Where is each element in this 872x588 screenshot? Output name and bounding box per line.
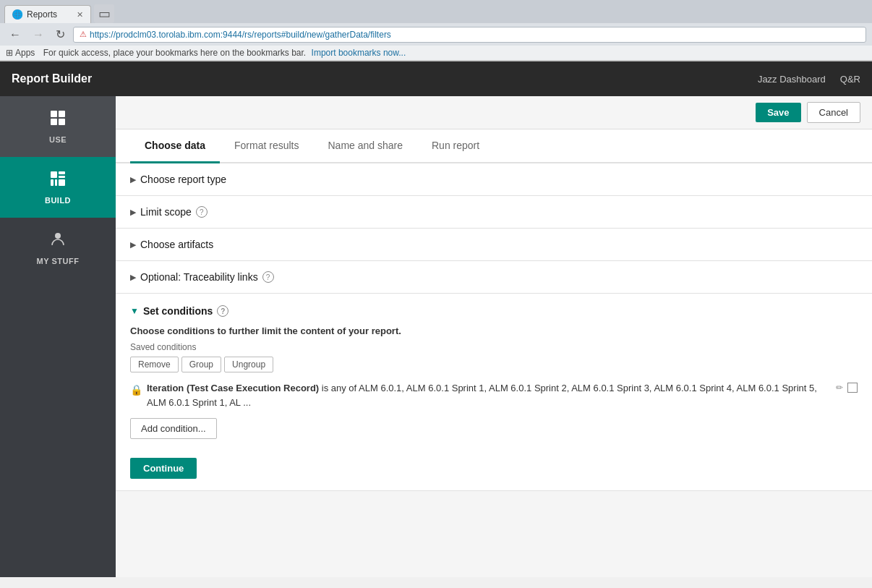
continue-container: Continue xyxy=(130,458,858,479)
tab-bar: 🌐 Reports ✕ ▭ xyxy=(0,0,872,23)
new-tab-btn[interactable]: ▭ xyxy=(94,4,114,23)
svg-rect-9 xyxy=(59,179,65,186)
section-choose-report-type-label: Choose report type xyxy=(140,174,226,185)
apps-label: Apps xyxy=(15,48,35,58)
tab-choose-data[interactable]: Choose data xyxy=(130,129,220,163)
arrow-right-icon: ▶ xyxy=(130,175,136,184)
condition-lock-icon: 🔒 xyxy=(130,383,142,398)
section-limit-scope: ▶ Limit scope ? xyxy=(116,196,872,229)
bookmarks-help-text: For quick access, place your bookmarks h… xyxy=(43,48,307,58)
section-traceability-links: ▶ Optional: Traceability links ? xyxy=(116,261,872,294)
remove-button[interactable]: Remove xyxy=(130,357,179,372)
section-traceability-links-label: Optional: Traceability links xyxy=(140,271,258,283)
sidebar-item-build-label: BUILD xyxy=(45,196,71,205)
add-condition-container: Add condition... xyxy=(130,418,858,446)
reload-btn[interactable]: ↻ xyxy=(52,26,69,43)
secure-icon: ⚠ xyxy=(80,30,87,39)
group-button[interactable]: Group xyxy=(181,357,221,372)
ungroup-button[interactable]: Ungroup xyxy=(224,357,273,372)
svg-rect-0 xyxy=(51,111,57,117)
svg-rect-6 xyxy=(59,176,65,178)
arrow-right-icon-2: ▶ xyxy=(130,208,136,217)
cancel-button[interactable]: Cancel xyxy=(807,102,860,123)
qr-link[interactable]: Q&R xyxy=(840,74,860,85)
add-condition-button[interactable]: Add condition... xyxy=(130,418,217,439)
import-bookmarks-link[interactable]: Import bookmarks now... xyxy=(312,48,406,58)
svg-rect-3 xyxy=(59,119,65,125)
tab-format-results[interactable]: Format results xyxy=(220,129,313,163)
bookmarks-bar: ⊞ Apps For quick access, place your book… xyxy=(0,46,872,61)
tab-title: Reports xyxy=(27,9,57,20)
tab-close-btn[interactable]: ✕ xyxy=(77,10,83,20)
set-conditions-section: ▼ Set conditions ? Choose conditions to … xyxy=(116,294,872,491)
saved-conditions-label: Saved conditions xyxy=(130,342,858,352)
svg-point-10 xyxy=(55,233,61,239)
sidebar-item-use-label: USE xyxy=(49,135,67,144)
traceability-help-icon[interactable]: ? xyxy=(262,271,274,283)
app-title: Report Builder xyxy=(12,72,758,85)
address-bar[interactable]: ⚠ https://prodclm03.torolab.ibm.com:9444… xyxy=(73,27,866,43)
sidebar-item-my-stuff[interactable]: MY STUFF xyxy=(0,218,116,278)
svg-rect-4 xyxy=(51,171,57,178)
save-button[interactable]: Save xyxy=(756,103,800,122)
tab-run-report[interactable]: Run report xyxy=(417,129,494,163)
conditions-description: Choose conditions to further limit the c… xyxy=(130,325,858,336)
main-area: USE BUILD xyxy=(0,96,872,577)
condition-edit-icon[interactable]: ✏ xyxy=(836,381,843,394)
conditions-desc-bold: Choose conditions to further limit the c… xyxy=(130,325,401,336)
arrow-right-icon-3: ▶ xyxy=(130,240,136,250)
section-choose-report-type: ▶ Choose report type xyxy=(116,163,872,196)
set-conditions-header[interactable]: ▼ Set conditions ? xyxy=(130,305,858,317)
browser-chrome: 🌐 Reports ✕ ▭ ← → ↻ ⚠ https://prodclm03.… xyxy=(0,0,872,61)
top-nav-links: Jazz Dashboard Q&R xyxy=(758,74,860,85)
section-choose-artifacts-label: Choose artifacts xyxy=(140,239,213,250)
forward-btn[interactable]: → xyxy=(29,27,48,43)
my-stuff-icon xyxy=(49,231,67,252)
active-tab[interactable]: 🌐 Reports ✕ xyxy=(4,5,91,23)
sidebar: USE BUILD xyxy=(0,96,116,577)
conditions-action-buttons: Remove Group Ungroup xyxy=(130,357,858,372)
section-choose-report-type-header[interactable]: ▶ Choose report type xyxy=(116,163,872,195)
tab-name-and-share[interactable]: Name and share xyxy=(313,129,417,163)
sidebar-item-my-stuff-label: MY STUFF xyxy=(37,257,80,265)
section-limit-scope-label: Limit scope xyxy=(140,206,192,218)
svg-rect-8 xyxy=(55,179,57,186)
svg-rect-1 xyxy=(59,111,65,117)
back-btn[interactable]: ← xyxy=(6,27,25,43)
arrow-right-icon-4: ▶ xyxy=(130,273,136,282)
set-conditions-help-icon[interactable]: ? xyxy=(217,305,228,317)
continue-button[interactable]: Continue xyxy=(130,458,197,479)
section-choose-artifacts: ▶ Choose artifacts xyxy=(116,229,872,261)
limit-scope-help-icon[interactable]: ? xyxy=(196,206,208,218)
apps-grid-icon: ⊞ xyxy=(6,48,13,58)
sidebar-item-build[interactable]: BUILD xyxy=(0,157,116,218)
section-limit-scope-header[interactable]: ▶ Limit scope ? xyxy=(116,196,872,228)
section-traceability-links-header[interactable]: ▶ Optional: Traceability links ? xyxy=(116,261,872,293)
condition-text: Iteration (Test Case Execution Record) i… xyxy=(147,381,832,409)
content-toolbar: Save Cancel xyxy=(116,96,872,129)
jazz-dashboard-link[interactable]: Jazz Dashboard xyxy=(758,74,826,85)
condition-checkbox[interactable] xyxy=(847,383,858,393)
wizard-tabs: Choose data Format results Name and shar… xyxy=(116,129,872,163)
tab-favicon: 🌐 xyxy=(12,9,22,20)
content-area: Save Cancel Choose data Format results N… xyxy=(116,96,872,577)
app-topnav: Report Builder Jazz Dashboard Q&R xyxy=(0,61,872,96)
use-icon xyxy=(49,109,67,131)
condition-item-1: 🔒 Iteration (Test Case Execution Record)… xyxy=(130,381,858,409)
url-text[interactable]: https://prodclm03.torolab.ibm.com:9444/r… xyxy=(90,30,391,40)
svg-rect-2 xyxy=(51,119,57,125)
condition-bold-text: Iteration (Test Case Execution Record) xyxy=(147,383,319,393)
section-choose-artifacts-header[interactable]: ▶ Choose artifacts xyxy=(116,229,872,260)
nav-bar: ← → ↻ ⚠ https://prodclm03.torolab.ibm.co… xyxy=(0,23,872,46)
sidebar-item-use[interactable]: USE xyxy=(0,96,116,157)
svg-rect-7 xyxy=(51,179,54,186)
apps-icon-label: ⊞ Apps xyxy=(6,48,35,58)
build-icon xyxy=(49,170,67,192)
svg-rect-5 xyxy=(59,171,65,174)
app-wrapper: Report Builder Jazz Dashboard Q&R USE xyxy=(0,61,872,577)
arrow-down-icon: ▼ xyxy=(130,306,139,316)
sections-container: ▶ Choose report type ▶ Limit scope ? ▶ xyxy=(116,163,872,577)
set-conditions-title: Set conditions xyxy=(143,305,213,317)
